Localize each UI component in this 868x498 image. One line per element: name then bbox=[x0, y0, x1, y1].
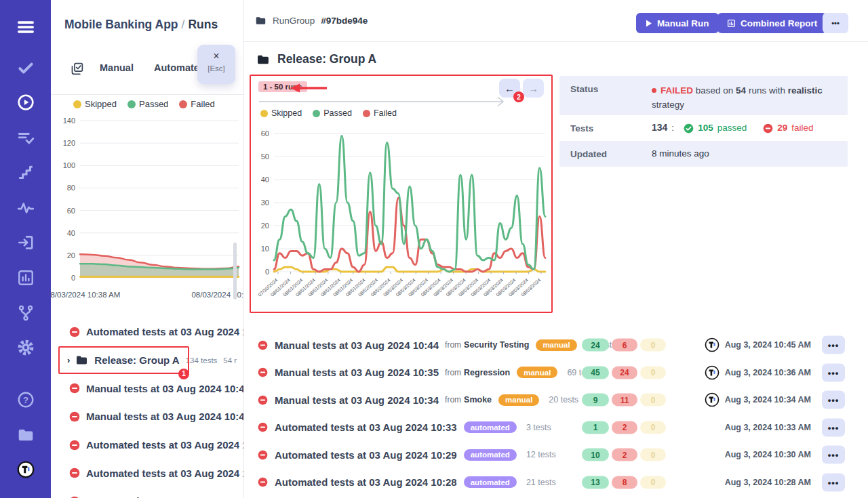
failed-pill: 2 bbox=[612, 421, 637, 434]
rungroup-header: RunGroup #97bde94e Manual Run Combined R… bbox=[244, 0, 868, 42]
run-title: Automated tests at 03 Aug 2024 10 bbox=[86, 468, 244, 479]
svg-text:40: 40 bbox=[261, 175, 269, 184]
run-type-badge: automated bbox=[464, 476, 517, 488]
report-logo-link[interactable] bbox=[705, 392, 719, 407]
run-list-group-item[interactable]: ›Release: Group A134 tests54 r1 bbox=[51, 346, 244, 375]
check-icon[interactable] bbox=[16, 58, 36, 78]
run-list-item[interactable]: Manual tests at 03 Aug 2024 10:43 bbox=[51, 374, 244, 402]
run-list-item[interactable]: Automated tests at 03 Aug 2024 10 bbox=[51, 459, 244, 487]
tab-manual[interactable]: Manual bbox=[100, 62, 134, 73]
runs-panel: Mobile Banking App/Runs Manual Automated… bbox=[51, 0, 244, 498]
legend-passed: Passed bbox=[313, 108, 352, 118]
run-date: Aug 3, 2024 10:30 AM bbox=[725, 450, 811, 459]
failed-minus-icon bbox=[69, 383, 80, 394]
run-date: Aug 3, 2024 10:34 AM bbox=[725, 395, 811, 404]
svg-text:100: 100 bbox=[63, 161, 75, 169]
folder-icon bbox=[255, 15, 267, 26]
run-title: Automated tests at 03 Aug 2024 10 bbox=[86, 439, 244, 451]
svg-text:60: 60 bbox=[261, 129, 269, 138]
status-table: Status FAILED based on 54 runs with real… bbox=[559, 76, 848, 167]
rungroup-breadcrumb: RunGroup #97bde94e bbox=[255, 15, 368, 26]
run-date: Aug 3, 2024 10:45 AM bbox=[725, 340, 811, 350]
close-icon[interactable]: × bbox=[197, 50, 235, 62]
sign-in-icon[interactable] bbox=[16, 232, 36, 253]
row-menu-button[interactable]: ••• bbox=[822, 446, 845, 464]
row-menu-button[interactable]: ••• bbox=[822, 336, 845, 354]
folder-icon bbox=[75, 354, 88, 367]
svg-text:10: 10 bbox=[261, 245, 269, 253]
run-list-item[interactable]: Automated tests at 03 Aug 2024 10 bbox=[51, 318, 244, 346]
run-type-badge: manual bbox=[536, 339, 576, 351]
failed-pill: 2 bbox=[612, 449, 637, 461]
svg-text:120: 120 bbox=[63, 139, 75, 147]
from-label: from bbox=[445, 395, 461, 404]
step-badge-1: 1 bbox=[178, 369, 189, 379]
run-source: Smoke bbox=[464, 395, 492, 404]
testomat-logo-icon[interactable] bbox=[16, 459, 36, 480]
testomat-logo-icon bbox=[705, 337, 719, 352]
passed-pill: 9 bbox=[582, 394, 609, 407]
copy-check-icon[interactable] bbox=[70, 62, 84, 76]
list-check-icon[interactable] bbox=[16, 128, 36, 148]
failed-pill: 11 bbox=[612, 394, 637, 407]
row-menu-button[interactable]: ••• bbox=[822, 391, 845, 409]
play-circle-icon[interactable] bbox=[16, 92, 36, 112]
skipped-pill: 0 bbox=[640, 449, 666, 461]
run-title: Manual tests at 03 Aug 2024 10:42 bbox=[86, 411, 244, 422]
tests-count: 3 tests bbox=[526, 423, 551, 432]
run-title: Automated tests at 03 Aug 2024 10 bbox=[86, 326, 244, 337]
run-date: Aug 3, 2024 10:33 AM bbox=[725, 423, 811, 432]
chevron-right-icon[interactable]: › bbox=[67, 355, 70, 365]
failed-pill: 6 bbox=[612, 339, 637, 352]
updated-label: Updated bbox=[570, 149, 652, 159]
folder-icon[interactable] bbox=[16, 425, 36, 445]
more-button[interactable]: ••• bbox=[823, 13, 848, 33]
group-title: Release: Group A bbox=[256, 52, 376, 66]
failed-minus-icon bbox=[69, 468, 80, 478]
tests-row: Tests 134: 105 passed 29 failed bbox=[559, 115, 848, 141]
run-title: Automated tests at 03 Aug 2024 10:29 bbox=[275, 449, 457, 461]
legend-skipped: Skipped bbox=[260, 108, 302, 118]
mini-chart-x-axis: 08/03/2024 10:38 AM 08/03/2024 10:39 bbox=[51, 291, 244, 302]
svg-text:40: 40 bbox=[67, 229, 75, 237]
failed-minus-icon bbox=[258, 422, 268, 432]
passed-dot-icon bbox=[313, 110, 320, 117]
run-list-item[interactable]: Manual tests at 03 Aug 2024 10:42 bbox=[51, 402, 244, 431]
run-title: Automated tests at 03 Aug 2024 10:33 bbox=[275, 421, 457, 433]
run-row[interactable]: Automated tests at 03 Aug 2024 10:28auto… bbox=[250, 469, 848, 497]
breadcrumb-project[interactable]: Mobile Banking App bbox=[64, 18, 178, 31]
gear-icon[interactable] bbox=[16, 337, 36, 358]
combined-report-button[interactable]: Combined Report bbox=[717, 13, 827, 33]
passed-pill: 45 bbox=[582, 366, 609, 379]
menu-icon[interactable] bbox=[16, 17, 36, 37]
row-menu-button[interactable]: ••• bbox=[822, 473, 845, 491]
run-row[interactable]: Manual tests at 03 Aug 2024 10:44fromSec… bbox=[250, 331, 848, 359]
scrollbar-thumb[interactable] bbox=[233, 243, 237, 299]
run-row[interactable]: Manual tests at 03 Aug 2024 10:34fromSmo… bbox=[250, 386, 848, 414]
run-row[interactable]: Automated tests at 03 Aug 2024 10:33auto… bbox=[250, 414, 848, 442]
manual-run-button[interactable]: Manual Run bbox=[636, 13, 719, 33]
report-logo-link[interactable] bbox=[705, 365, 719, 380]
run-row[interactable]: Manual tests at 03 Aug 2024 10:35fromReg… bbox=[250, 359, 848, 387]
report-logo-link[interactable] bbox=[705, 337, 719, 352]
run-list-item[interactable]: Automated tests at 03 Aug 2024 10 bbox=[51, 487, 244, 498]
branch-icon[interactable] bbox=[16, 303, 36, 323]
rungroup-label: RunGroup bbox=[273, 16, 315, 26]
skipped-pill: 0 bbox=[640, 476, 666, 489]
pagination-next-button[interactable]: → bbox=[523, 79, 544, 98]
help-circle-icon[interactable]: ? bbox=[16, 390, 36, 410]
activity-icon[interactable] bbox=[16, 198, 36, 218]
divider bbox=[51, 94, 244, 95]
stairs-icon[interactable] bbox=[16, 163, 36, 183]
run-row[interactable]: Automated tests at 03 Aug 2024 10:29auto… bbox=[250, 441, 848, 469]
row-menu-button[interactable]: ••• bbox=[822, 418, 845, 436]
run-title: Manual tests at 03 Aug 2024 10:43 bbox=[86, 383, 244, 394]
updated-value: 8 minutes ago bbox=[652, 147, 709, 161]
row-menu-button[interactable]: ••• bbox=[822, 363, 845, 381]
bar-chart-box-icon[interactable] bbox=[16, 268, 36, 288]
run-group-runs-count: 54 r bbox=[223, 356, 237, 365]
check-circle-icon bbox=[684, 123, 694, 133]
run-list-item[interactable]: Automated tests at 03 Aug 2024 10 bbox=[51, 431, 244, 459]
esc-tooltip[interactable]: × [Esc] bbox=[197, 45, 235, 84]
svg-text:60: 60 bbox=[67, 207, 75, 215]
